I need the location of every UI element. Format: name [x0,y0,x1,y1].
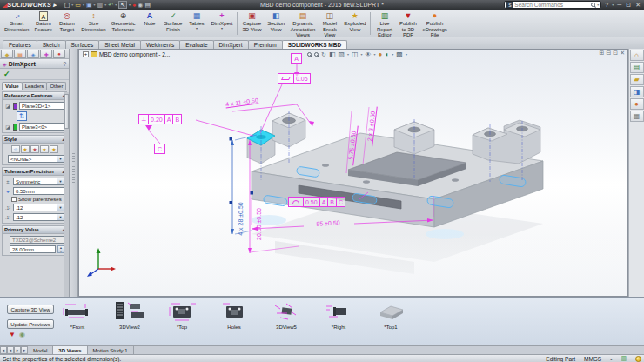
datum-feature-button[interactable]: A Datum Feature [31,10,55,37]
add-style-button[interactable]: ★ [21,145,30,153]
show-parentheses-checkbox[interactable] [11,197,17,202]
zoom-fit-icon[interactable] [307,52,312,57]
file-properties-icon[interactable]: ▤ [144,2,151,8]
tab-sketch[interactable]: Sketch [37,40,66,49]
live-report-editor-button[interactable]: ▥ Live Report Editor [372,10,396,37]
swap-references-button[interactable]: ⇅ [17,111,27,121]
units-selector[interactable]: MMGS [584,356,601,362]
tab-model[interactable]: Model [28,346,53,354]
graphics-viewport[interactable]: + MBD demo component - 2... ↻ ◧ ▧▾ ◫▾ 👁▾… [78,49,628,297]
note-button[interactable]: A Note [138,10,161,37]
dim-height[interactable]: 20.50 ±0.50 [256,188,262,261]
tab-3d-views[interactable]: 3D Views [53,346,87,354]
display-style-icon[interactable]: ◫ [352,50,359,58]
tolerance-type-dropdown[interactable]: Symmetric ▼ [13,178,64,185]
tab-scroll-first-button[interactable]: ◄ [0,346,7,354]
smart-dimension-button[interactable]: ↔ Smart Dimension [2,10,31,37]
capture-3d-view-button[interactable]: ▣ Capture 3D View [239,10,264,37]
tab-scroll-right-button[interactable]: ► [14,346,21,354]
exploded-view-button[interactable]: ★ Exploded View [341,10,368,37]
doc-minimize-icon[interactable]: ⊟ [606,50,611,57]
subtab-other[interactable]: Other [46,82,66,90]
publish-edrawings-button[interactable]: ● Publish eDrawings File [419,10,449,37]
appearances-scenes-icon[interactable]: ● [630,98,644,110]
tolerance-precision-dropdown[interactable]: .12 ▼ [13,213,64,221]
select-icon[interactable]: ↖ [118,1,127,9]
view-thumbnail[interactable]: *Top [164,299,200,330]
model-break-view-button[interactable]: ◫ Model Break View [318,10,341,37]
scrollbar-thumb[interactable] [64,94,69,129]
save-style-button[interactable]: ★ [40,145,49,153]
undo-icon[interactable]: ↶ [108,2,113,8]
model-canvas[interactable] [79,50,628,297]
panel-splitter[interactable] [70,49,78,297]
part-model[interactable] [247,113,543,227]
close-button[interactable]: ✕ [634,2,641,9]
size-dimension-button[interactable]: ↕ Size Dimension [78,10,108,37]
tag-icon[interactable]: ▥ [621,355,627,362]
dim-height-selected[interactable]: 4 x 28 ±0.50 [238,186,244,252]
apply-default-style-button[interactable]: ☆ [11,145,20,153]
quick-tips-icon[interactable] [635,356,641,362]
restore-button[interactable]: ⊡ [625,2,632,9]
style-dropdown[interactable]: <NONE> ▼ [8,155,64,163]
tab-weldments[interactable]: Weldments [140,40,180,49]
new-document-icon[interactable]: ▢ [64,2,70,8]
feature-tree-root[interactable]: + MBD demo component - 2... [83,51,170,57]
options-icon[interactable]: ◉ [138,2,143,8]
geometric-tolerance-button[interactable]: ⊕ Geometric Tolerance [109,10,138,37]
surface-finish-button[interactable]: ✓ Surface Finish [161,10,184,37]
doc-restore-icon[interactable]: ⊡ [613,50,618,57]
load-style-button[interactable]: ★ [50,145,58,153]
propertymanager-tab-icon[interactable]: ◆ [1,50,13,58]
tab-premium[interactable]: Premium [248,40,283,49]
file-explorer-icon[interactable]: ▰ [630,74,644,85]
help-icon[interactable]: ? [604,2,609,8]
displaymanager-tab-icon[interactable]: ✚ [40,50,52,58]
ok-checkmark-icon[interactable]: ✓ [3,70,10,78]
view-thumbnail[interactable]: *Right [320,299,357,330]
update-previews-button[interactable]: Update Previews [7,319,54,329]
previous-view-icon[interactable]: ↻ [321,51,326,58]
section-view-icon[interactable]: ◧ [329,50,336,58]
publish-3d-pdf-button[interactable]: ▼ Publish to 3D PDF [396,10,419,37]
custom-properties-icon[interactable]: ▦ [630,111,644,122]
solidworks-resources-icon[interactable]: ⌂ [630,50,644,61]
profile-fcf[interactable]: 0.50 A B C [288,197,345,207]
subtab-leaders[interactable]: Leaders [22,82,48,90]
doc-cascade-icon[interactable]: ⊞ [600,50,605,57]
design-library-icon[interactable]: ▤ [630,62,644,73]
primary-value-field[interactable]: 28.00mm [10,245,56,253]
tab-dimxpert[interactable]: DimXpert [213,40,249,49]
capture-3d-view-panel-button[interactable]: Capture 3D View [7,305,54,314]
tab-solidworks-mbd[interactable]: SOLIDWORKS MBD [282,40,347,49]
tab-features[interactable]: Features [3,40,37,49]
tables-button[interactable]: ▦ Tables ▾ [184,10,208,37]
perpendicularity-fcf[interactable]: ⊥ 0.20 A B [138,114,182,124]
tab-surfaces[interactable]: Surfaces [65,40,100,49]
unit-precision-dropdown[interactable]: .12 ▼ [13,204,64,211]
sensors-tab-icon[interactable]: ● [53,50,65,58]
dimxpertmanager-tab-icon[interactable]: ◈ [27,50,39,58]
search-commands-input[interactable]: S Search Commands ▾ [504,1,601,9]
doc-close-icon[interactable]: ✕ [620,50,625,57]
view-palette-icon[interactable]: ◨ [630,86,644,97]
delete-style-button[interactable]: ★ [30,145,39,153]
primary-reference-field[interactable]: Plane3D<1> [19,102,64,110]
view-settings-icon[interactable]: ▩ [396,50,403,58]
dimxpert-button[interactable]: + DimXpert ▾ [208,10,235,37]
view-orientation-icon[interactable]: ▧ [338,50,345,58]
publish-edrawings-small-icon[interactable]: ◉ [19,331,25,339]
pm-scrollbar[interactable] [64,92,69,297]
edit-appearance-icon[interactable]: ● [379,50,383,58]
secondary-reference-field[interactable]: Plane3<0> [19,123,64,131]
rebuild-icon[interactable]: ● [132,2,136,8]
configurationmanager-tab-icon[interactable]: ▤ [14,50,26,58]
tab-sheet-metal[interactable]: Sheet Metal [98,40,141,49]
subtab-value[interactable]: Value [2,82,23,90]
zoom-area-icon[interactable] [314,52,319,57]
datum-c[interactable]: C [154,144,165,154]
tab-motion-study[interactable]: Motion Study 1 [88,346,134,354]
view-thumbnail[interactable]: *Front [59,299,96,330]
tolerance-value-field[interactable]: 0.50mm [13,187,64,195]
